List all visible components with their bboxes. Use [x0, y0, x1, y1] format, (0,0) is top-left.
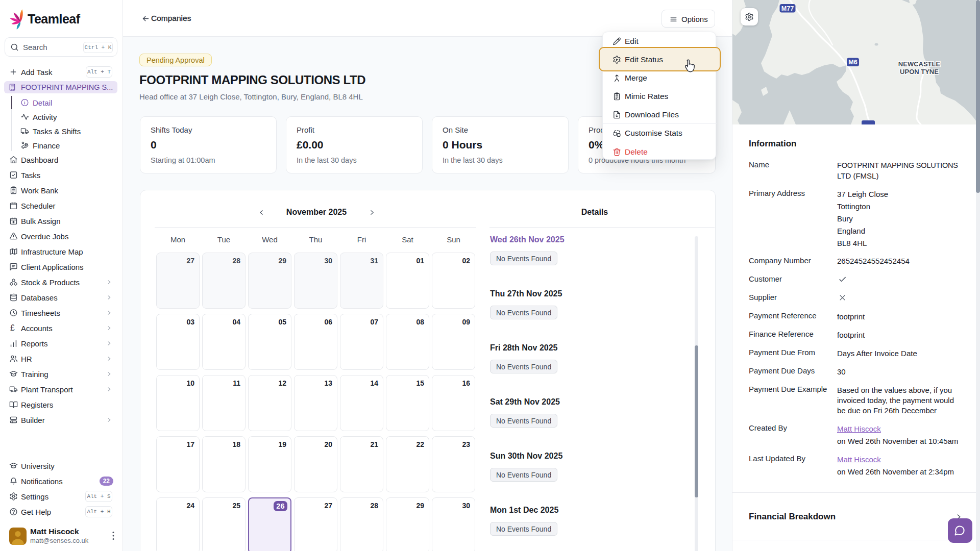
svg-text:UPON TYNE: UPON TYNE — [900, 68, 939, 76]
svg-text:NEWCASTLE: NEWCASTLE — [898, 60, 941, 68]
svg-text:M6: M6 — [848, 59, 857, 66]
svg-text:M77: M77 — [781, 5, 794, 12]
